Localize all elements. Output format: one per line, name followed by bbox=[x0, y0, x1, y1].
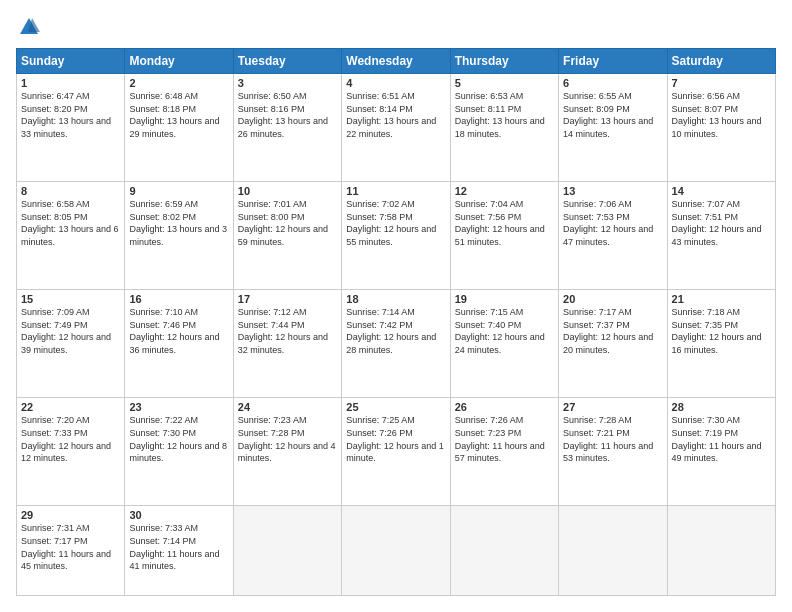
logo bbox=[16, 16, 40, 38]
day-cell: 17 Sunrise: 7:12 AM Sunset: 7:44 PM Dayl… bbox=[233, 290, 341, 398]
day-info: Sunrise: 6:50 AM Sunset: 8:16 PM Dayligh… bbox=[238, 90, 337, 140]
week-row-5: 29 Sunrise: 7:31 AM Sunset: 7:17 PM Dayl… bbox=[17, 506, 776, 596]
day-info: Sunrise: 7:25 AM Sunset: 7:26 PM Dayligh… bbox=[346, 414, 445, 464]
week-row-1: 1 Sunrise: 6:47 AM Sunset: 8:20 PM Dayli… bbox=[17, 74, 776, 182]
day-number: 6 bbox=[563, 77, 662, 89]
day-number: 28 bbox=[672, 401, 771, 413]
day-info: Sunrise: 7:06 AM Sunset: 7:53 PM Dayligh… bbox=[563, 198, 662, 248]
day-number: 15 bbox=[21, 293, 120, 305]
day-info: Sunrise: 7:07 AM Sunset: 7:51 PM Dayligh… bbox=[672, 198, 771, 248]
day-number: 12 bbox=[455, 185, 554, 197]
day-info: Sunrise: 7:22 AM Sunset: 7:30 PM Dayligh… bbox=[129, 414, 228, 464]
day-info: Sunrise: 7:10 AM Sunset: 7:46 PM Dayligh… bbox=[129, 306, 228, 356]
day-number: 21 bbox=[672, 293, 771, 305]
day-number: 11 bbox=[346, 185, 445, 197]
day-cell: 30 Sunrise: 7:33 AM Sunset: 7:14 PM Dayl… bbox=[125, 506, 233, 596]
day-cell bbox=[233, 506, 341, 596]
day-cell: 1 Sunrise: 6:47 AM Sunset: 8:20 PM Dayli… bbox=[17, 74, 125, 182]
day-cell bbox=[667, 506, 775, 596]
day-info: Sunrise: 6:58 AM Sunset: 8:05 PM Dayligh… bbox=[21, 198, 120, 248]
day-cell: 29 Sunrise: 7:31 AM Sunset: 7:17 PM Dayl… bbox=[17, 506, 125, 596]
day-cell: 3 Sunrise: 6:50 AM Sunset: 8:16 PM Dayli… bbox=[233, 74, 341, 182]
day-number: 5 bbox=[455, 77, 554, 89]
day-info: Sunrise: 7:28 AM Sunset: 7:21 PM Dayligh… bbox=[563, 414, 662, 464]
day-info: Sunrise: 7:26 AM Sunset: 7:23 PM Dayligh… bbox=[455, 414, 554, 464]
week-row-3: 15 Sunrise: 7:09 AM Sunset: 7:49 PM Dayl… bbox=[17, 290, 776, 398]
day-cell: 4 Sunrise: 6:51 AM Sunset: 8:14 PM Dayli… bbox=[342, 74, 450, 182]
day-info: Sunrise: 6:51 AM Sunset: 8:14 PM Dayligh… bbox=[346, 90, 445, 140]
day-cell bbox=[450, 506, 558, 596]
day-info: Sunrise: 6:55 AM Sunset: 8:09 PM Dayligh… bbox=[563, 90, 662, 140]
day-cell: 22 Sunrise: 7:20 AM Sunset: 7:33 PM Dayl… bbox=[17, 398, 125, 506]
day-info: Sunrise: 6:59 AM Sunset: 8:02 PM Dayligh… bbox=[129, 198, 228, 248]
day-cell: 7 Sunrise: 6:56 AM Sunset: 8:07 PM Dayli… bbox=[667, 74, 775, 182]
day-info: Sunrise: 7:02 AM Sunset: 7:58 PM Dayligh… bbox=[346, 198, 445, 248]
day-number: 7 bbox=[672, 77, 771, 89]
logo-icon bbox=[18, 16, 40, 38]
col-header-saturday: Saturday bbox=[667, 49, 775, 74]
day-number: 4 bbox=[346, 77, 445, 89]
day-cell: 15 Sunrise: 7:09 AM Sunset: 7:49 PM Dayl… bbox=[17, 290, 125, 398]
day-info: Sunrise: 7:12 AM Sunset: 7:44 PM Dayligh… bbox=[238, 306, 337, 356]
day-number: 18 bbox=[346, 293, 445, 305]
col-header-friday: Friday bbox=[559, 49, 667, 74]
day-number: 29 bbox=[21, 509, 120, 521]
day-number: 20 bbox=[563, 293, 662, 305]
day-cell: 27 Sunrise: 7:28 AM Sunset: 7:21 PM Dayl… bbox=[559, 398, 667, 506]
day-number: 9 bbox=[129, 185, 228, 197]
day-info: Sunrise: 7:20 AM Sunset: 7:33 PM Dayligh… bbox=[21, 414, 120, 464]
day-cell: 28 Sunrise: 7:30 AM Sunset: 7:19 PM Dayl… bbox=[667, 398, 775, 506]
day-number: 23 bbox=[129, 401, 228, 413]
day-info: Sunrise: 7:14 AM Sunset: 7:42 PM Dayligh… bbox=[346, 306, 445, 356]
day-info: Sunrise: 7:18 AM Sunset: 7:35 PM Dayligh… bbox=[672, 306, 771, 356]
col-header-wednesday: Wednesday bbox=[342, 49, 450, 74]
day-info: Sunrise: 6:56 AM Sunset: 8:07 PM Dayligh… bbox=[672, 90, 771, 140]
day-cell: 14 Sunrise: 7:07 AM Sunset: 7:51 PM Dayl… bbox=[667, 182, 775, 290]
day-number: 13 bbox=[563, 185, 662, 197]
day-cell: 26 Sunrise: 7:26 AM Sunset: 7:23 PM Dayl… bbox=[450, 398, 558, 506]
col-header-thursday: Thursday bbox=[450, 49, 558, 74]
day-cell: 25 Sunrise: 7:25 AM Sunset: 7:26 PM Dayl… bbox=[342, 398, 450, 506]
day-number: 25 bbox=[346, 401, 445, 413]
day-cell: 8 Sunrise: 6:58 AM Sunset: 8:05 PM Dayli… bbox=[17, 182, 125, 290]
day-info: Sunrise: 7:09 AM Sunset: 7:49 PM Dayligh… bbox=[21, 306, 120, 356]
day-info: Sunrise: 7:15 AM Sunset: 7:40 PM Dayligh… bbox=[455, 306, 554, 356]
day-cell: 13 Sunrise: 7:06 AM Sunset: 7:53 PM Dayl… bbox=[559, 182, 667, 290]
day-info: Sunrise: 7:04 AM Sunset: 7:56 PM Dayligh… bbox=[455, 198, 554, 248]
day-info: Sunrise: 7:33 AM Sunset: 7:14 PM Dayligh… bbox=[129, 522, 228, 572]
col-header-sunday: Sunday bbox=[17, 49, 125, 74]
day-number: 17 bbox=[238, 293, 337, 305]
day-number: 19 bbox=[455, 293, 554, 305]
day-cell: 23 Sunrise: 7:22 AM Sunset: 7:30 PM Dayl… bbox=[125, 398, 233, 506]
day-number: 8 bbox=[21, 185, 120, 197]
day-number: 3 bbox=[238, 77, 337, 89]
header-row: SundayMondayTuesdayWednesdayThursdayFrid… bbox=[17, 49, 776, 74]
col-header-monday: Monday bbox=[125, 49, 233, 74]
day-number: 30 bbox=[129, 509, 228, 521]
day-cell bbox=[342, 506, 450, 596]
day-cell: 12 Sunrise: 7:04 AM Sunset: 7:56 PM Dayl… bbox=[450, 182, 558, 290]
day-number: 2 bbox=[129, 77, 228, 89]
day-info: Sunrise: 6:47 AM Sunset: 8:20 PM Dayligh… bbox=[21, 90, 120, 140]
week-row-2: 8 Sunrise: 6:58 AM Sunset: 8:05 PM Dayli… bbox=[17, 182, 776, 290]
day-number: 14 bbox=[672, 185, 771, 197]
day-info: Sunrise: 7:01 AM Sunset: 8:00 PM Dayligh… bbox=[238, 198, 337, 248]
day-info: Sunrise: 7:31 AM Sunset: 7:17 PM Dayligh… bbox=[21, 522, 120, 572]
day-number: 26 bbox=[455, 401, 554, 413]
day-number: 22 bbox=[21, 401, 120, 413]
page: SundayMondayTuesdayWednesdayThursdayFrid… bbox=[0, 0, 792, 612]
header bbox=[16, 16, 776, 38]
day-cell: 21 Sunrise: 7:18 AM Sunset: 7:35 PM Dayl… bbox=[667, 290, 775, 398]
day-info: Sunrise: 6:53 AM Sunset: 8:11 PM Dayligh… bbox=[455, 90, 554, 140]
day-number: 27 bbox=[563, 401, 662, 413]
day-cell: 18 Sunrise: 7:14 AM Sunset: 7:42 PM Dayl… bbox=[342, 290, 450, 398]
calendar-table: SundayMondayTuesdayWednesdayThursdayFrid… bbox=[16, 48, 776, 596]
day-number: 24 bbox=[238, 401, 337, 413]
day-cell: 2 Sunrise: 6:48 AM Sunset: 8:18 PM Dayli… bbox=[125, 74, 233, 182]
day-cell: 9 Sunrise: 6:59 AM Sunset: 8:02 PM Dayli… bbox=[125, 182, 233, 290]
day-info: Sunrise: 7:30 AM Sunset: 7:19 PM Dayligh… bbox=[672, 414, 771, 464]
day-cell: 10 Sunrise: 7:01 AM Sunset: 8:00 PM Dayl… bbox=[233, 182, 341, 290]
week-row-4: 22 Sunrise: 7:20 AM Sunset: 7:33 PM Dayl… bbox=[17, 398, 776, 506]
day-info: Sunrise: 6:48 AM Sunset: 8:18 PM Dayligh… bbox=[129, 90, 228, 140]
day-cell: 11 Sunrise: 7:02 AM Sunset: 7:58 PM Dayl… bbox=[342, 182, 450, 290]
